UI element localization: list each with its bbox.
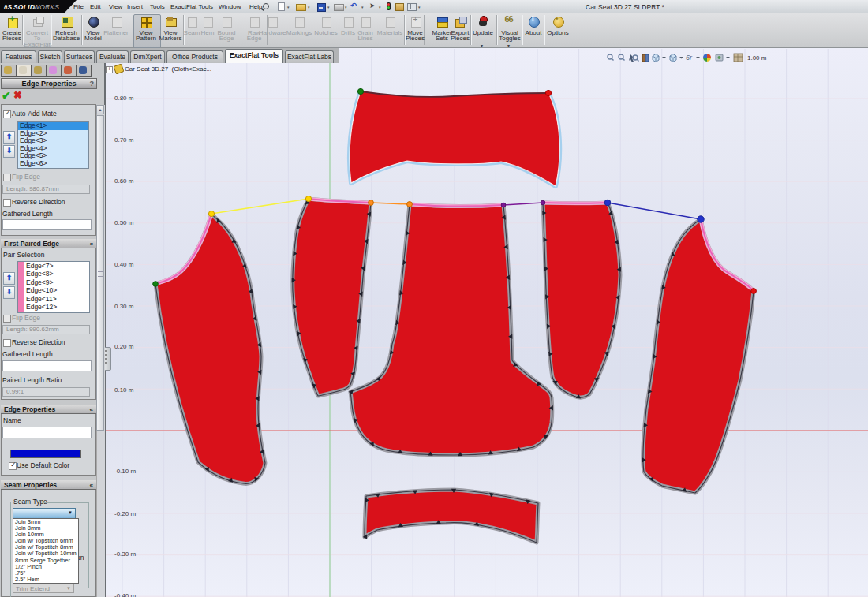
svg-text:6r: 6r [686, 54, 693, 62]
svg-text:1.00 m: 1.00 m [747, 54, 767, 62]
